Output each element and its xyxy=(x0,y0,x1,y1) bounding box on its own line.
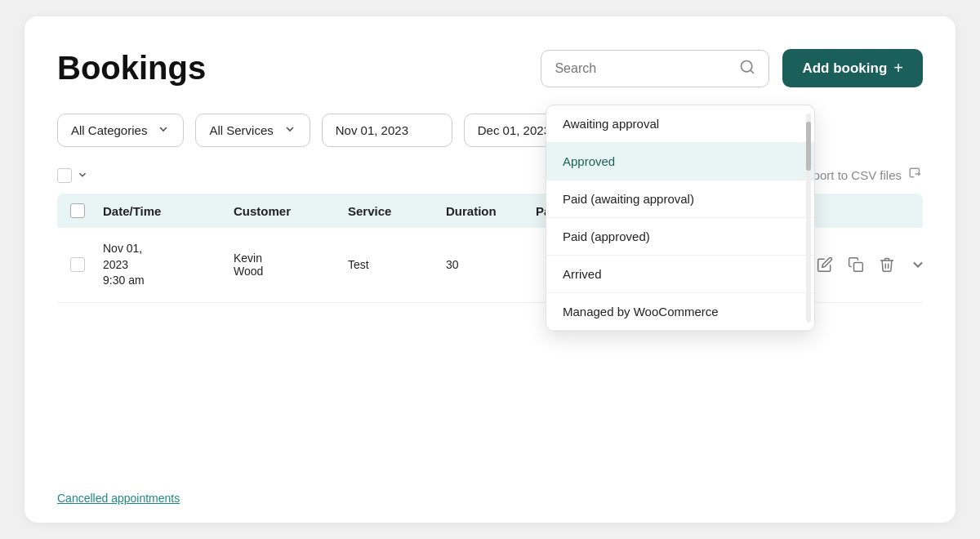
col-datetime: Date/Time xyxy=(103,204,234,218)
services-filter[interactable]: All Services xyxy=(195,114,310,147)
cell-service: Test xyxy=(348,258,446,271)
select-all-area xyxy=(57,168,90,183)
export-csv-button[interactable]: Export to CSV files xyxy=(799,167,923,184)
add-booking-button[interactable]: Add booking + xyxy=(782,49,923,87)
date-to-label: Dec 01, 2023 xyxy=(478,123,550,137)
svg-line-1 xyxy=(751,69,754,73)
dropdown-item-awaiting[interactable]: Awaiting approval xyxy=(546,105,814,143)
cell-duration: 30 xyxy=(446,258,536,271)
select-dropdown-icon[interactable] xyxy=(77,169,90,182)
edit-icon[interactable] xyxy=(813,253,836,276)
dropdown-scrollbar xyxy=(806,114,811,323)
search-icon xyxy=(739,59,755,78)
status-dropdown: Awaiting approval Approved Paid (awaitin… xyxy=(546,105,815,332)
expand-icon[interactable] xyxy=(906,253,929,276)
page-title: Bookings xyxy=(57,50,206,87)
date-from-label: Nov 01, 2023 xyxy=(336,123,408,137)
chevron-down-icon xyxy=(157,122,170,138)
main-card: Bookings Add booking + All Categories xyxy=(24,16,956,523)
dropdown-item-arrived[interactable]: Arrived xyxy=(546,256,814,293)
services-label: All Services xyxy=(209,123,273,137)
row-checkbox[interactable] xyxy=(70,257,85,272)
cell-customer: KevinWood xyxy=(234,252,348,278)
categories-label: All Categories xyxy=(71,123,147,137)
export-icon xyxy=(908,167,923,184)
header-checkbox-cell[interactable] xyxy=(70,203,103,218)
svg-rect-2 xyxy=(854,263,863,272)
row-actions xyxy=(813,253,929,276)
col-customer: Customer xyxy=(234,204,348,218)
dropdown-item-approved[interactable]: Approved xyxy=(546,143,814,180)
header-actions: Add booking + xyxy=(541,49,923,87)
date-from-filter[interactable]: Nov 01, 2023 xyxy=(322,114,452,147)
search-input[interactable] xyxy=(555,61,733,76)
col-duration: Duration xyxy=(446,204,536,218)
plus-icon: + xyxy=(893,59,903,78)
dropdown-item-woocommerce[interactable]: Managed by WooCommerce xyxy=(546,293,814,331)
categories-filter[interactable]: All Categories xyxy=(57,114,184,147)
copy-icon[interactable] xyxy=(844,253,867,276)
dropdown-scrollbar-thumb xyxy=(806,122,811,171)
delete-icon[interactable] xyxy=(875,253,898,276)
select-all-checkbox[interactable] xyxy=(57,168,72,183)
search-box[interactable] xyxy=(541,50,769,87)
add-booking-label: Add booking xyxy=(802,60,887,77)
dropdown-item-paid-approved[interactable]: Paid (approved) xyxy=(546,218,814,256)
header-row: Bookings Add booking + xyxy=(57,49,923,87)
header-checkbox[interactable] xyxy=(70,203,85,218)
cancelled-appointments-link[interactable]: Cancelled appointments xyxy=(57,492,180,505)
row-checkbox-cell[interactable] xyxy=(70,257,103,272)
col-service: Service xyxy=(348,204,446,218)
chevron-down-icon xyxy=(283,122,296,138)
cell-datetime: Nov 01,20239:30 am xyxy=(103,241,234,289)
dropdown-item-paid-awaiting[interactable]: Paid (awaiting approval) xyxy=(546,180,814,218)
